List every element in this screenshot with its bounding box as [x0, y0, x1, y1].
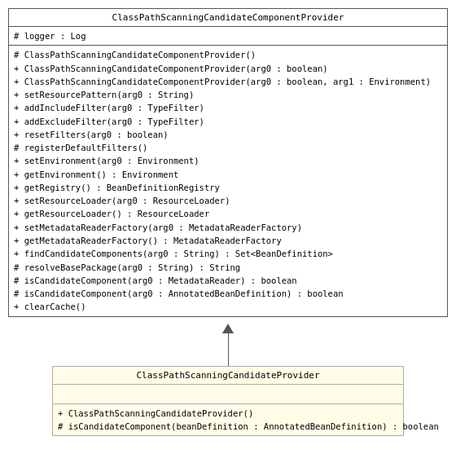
method-item: # ClassPathScanningCandidateComponentPro… — [14, 48, 442, 61]
arrow-triangle-icon — [221, 322, 235, 333]
method-item: # registerDefaultFilters() — [14, 141, 442, 154]
top-class-fields: # logger : Log — [9, 27, 447, 46]
method-item: # isCandidateComponent(arg0 : MetadataRe… — [14, 274, 442, 287]
inheritance-arrow — [221, 317, 235, 366]
method-item: # resolveBasePackage(arg0 : String) : St… — [14, 261, 442, 274]
method-item: + ClassPathScanningCandidateComponentPro… — [14, 62, 442, 75]
method-item: + addIncludeFilter(arg0 : TypeFilter) — [14, 101, 442, 114]
method-item: + getMetadataReaderFactory() : MetadataR… — [14, 234, 442, 247]
method-item: + setEnvironment(arg0 : Environment) — [14, 154, 442, 167]
method-item: + setMetadataReaderFactory(arg0 : Metada… — [14, 221, 442, 234]
method-item: # isCandidateComponent(beanDefinition : … — [58, 420, 398, 433]
method-item: + findCandidateComponents(arg0 : String)… — [14, 247, 442, 260]
method-item: + ClassPathScanningCandidateProvider() — [58, 407, 398, 420]
field-item: # logger : Log — [14, 29, 442, 42]
bottom-class-box: ClassPathScanningCandidateProvider + Cla… — [52, 366, 404, 437]
method-item: + clearCache() — [14, 300, 442, 313]
bottom-class-fields — [53, 385, 403, 404]
diagram-container: ClassPathScanningCandidateComponentProvi… — [8, 8, 448, 436]
method-item: + getRegistry() : BeanDefinitionRegistry — [14, 181, 442, 194]
top-class-title: ClassPathScanningCandidateComponentProvi… — [9, 9, 447, 27]
method-item: # isCandidateComponent(arg0 : AnnotatedB… — [14, 287, 442, 300]
bottom-class-title: ClassPathScanningCandidateProvider — [53, 367, 403, 385]
method-item: + addExcludeFilter(arg0 : TypeFilter) — [14, 115, 442, 128]
top-class-box: ClassPathScanningCandidateComponentProvi… — [8, 8, 448, 317]
method-item: + ClassPathScanningCandidateComponentPro… — [14, 75, 442, 88]
method-item: + getResourceLoader() : ResourceLoader — [14, 207, 442, 220]
method-item: + resetFilters(arg0 : boolean) — [14, 128, 442, 141]
top-class-methods: # ClassPathScanningCandidateComponentPro… — [9, 46, 447, 315]
method-item: + setResourceLoader(arg0 : ResourceLoade… — [14, 194, 442, 207]
method-item: + setResourcePattern(arg0 : String) — [14, 88, 442, 101]
bottom-class-methods: + ClassPathScanningCandidateProvider()# … — [53, 404, 403, 436]
arrow-line — [228, 333, 229, 366]
method-item: + getEnvironment() : Environment — [14, 168, 442, 181]
